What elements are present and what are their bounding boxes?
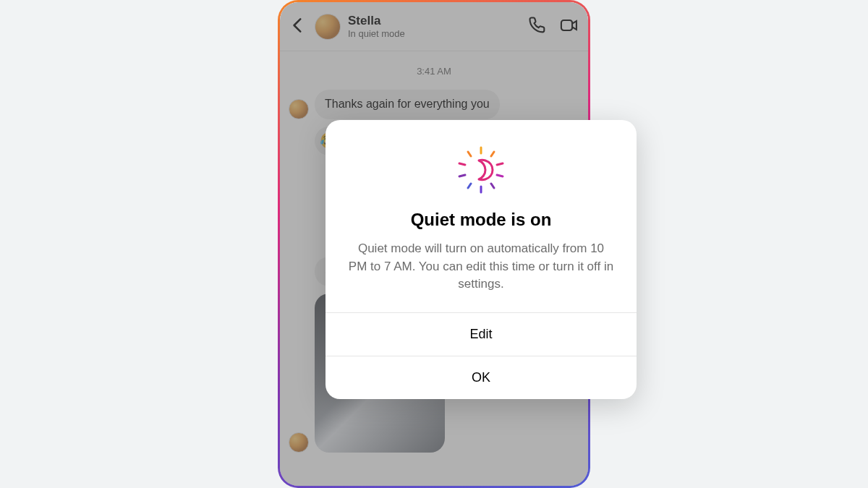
svg-line-10 bbox=[468, 152, 471, 156]
svg-line-5 bbox=[491, 184, 494, 188]
dialog-body: Quiet mode is on Quiet mode will turn on… bbox=[326, 120, 637, 312]
quiet-mode-dialog: Quiet mode is on Quiet mode will turn on… bbox=[326, 120, 637, 399]
dialog-text: Quiet mode will turn on automatically fr… bbox=[347, 240, 615, 294]
edit-button[interactable]: Edit bbox=[326, 312, 637, 356]
svg-line-7 bbox=[468, 184, 471, 188]
dialog-title: Quiet mode is on bbox=[347, 210, 615, 230]
svg-line-8 bbox=[459, 175, 465, 176]
ok-button[interactable]: OK bbox=[326, 356, 637, 399]
moon-icon bbox=[452, 145, 510, 195]
svg-line-2 bbox=[491, 152, 494, 156]
svg-line-3 bbox=[497, 163, 503, 165]
svg-line-4 bbox=[497, 175, 503, 176]
svg-line-9 bbox=[459, 163, 465, 165]
